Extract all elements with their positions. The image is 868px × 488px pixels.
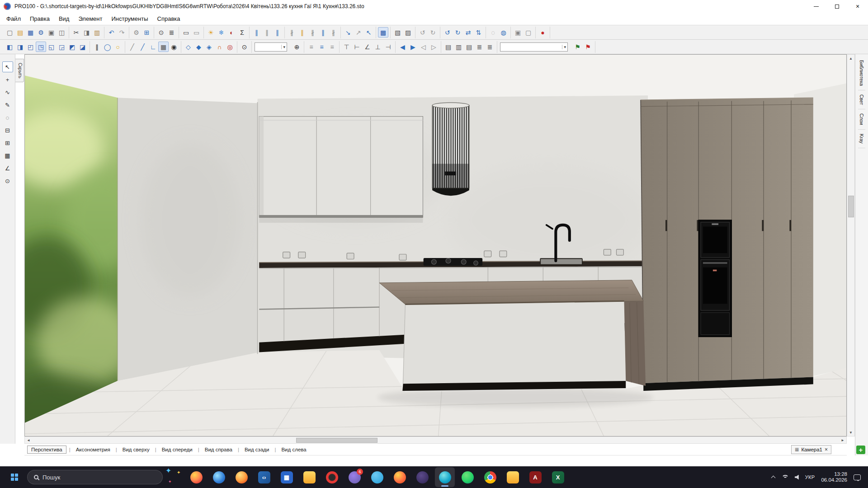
taskbar-app-firefox[interactable]: [186, 467, 206, 487]
align-3-button[interactable]: ≡: [327, 42, 337, 52]
contrast-button[interactable]: ◐: [226, 27, 237, 38]
orbit-right-button[interactable]: ↻: [428, 27, 438, 38]
tool-move[interactable]: +: [2, 74, 13, 85]
rotate-left-button[interactable]: ↺: [442, 27, 453, 38]
structure-button[interactable]: ≣: [166, 27, 177, 38]
settings-button[interactable]: ⚙: [36, 27, 46, 38]
diagonal-1-button[interactable]: ↘: [343, 27, 353, 38]
tool-dimension-h[interactable]: ⊟: [2, 125, 13, 136]
scroll-down-arrow[interactable]: ▼: [847, 429, 854, 436]
distribute-3-button[interactable]: ∦: [307, 27, 318, 38]
diagonal-3-button[interactable]: ↖: [363, 27, 374, 38]
record-button[interactable]: ●: [538, 27, 548, 38]
save-button[interactable]: ▦: [25, 27, 36, 38]
scroll-left-arrow[interactable]: ◄: [25, 436, 32, 444]
mirror-button[interactable]: ⇄: [463, 27, 473, 38]
taskbar-app-edge[interactable]: [209, 467, 229, 487]
lasso-2-button[interactable]: ◍: [498, 27, 509, 38]
ortho-button[interactable]: ∟: [148, 42, 158, 52]
close-button[interactable]: ×: [847, 0, 868, 13]
pause-render-button[interactable]: ∥: [92, 42, 102, 52]
taskbar-app-folder[interactable]: [503, 467, 523, 487]
material-combobox[interactable]: ▾: [500, 42, 568, 52]
visibility-button[interactable]: ◉: [169, 42, 179, 52]
tool-dimension-v[interactable]: ⊞: [2, 137, 13, 148]
viewport-3d[interactable]: [24, 54, 847, 436]
view-top-button[interactable]: ◰: [25, 42, 36, 52]
zoom-in-button[interactable]: ⊕: [292, 42, 302, 52]
view-side-button[interactable]: ◱: [46, 42, 57, 52]
view-back-button[interactable]: ◲: [57, 42, 67, 52]
coldlight-button[interactable]: ❄: [216, 27, 226, 38]
camera-tab[interactable]: ▦ Камера1 ×: [791, 445, 831, 454]
minimize-button[interactable]: [806, 0, 826, 13]
panel-tab-layers[interactable]: Слои: [858, 109, 865, 130]
snap-solid-button[interactable]: ◆: [193, 42, 204, 52]
distribute-h2-button[interactable]: ∥: [262, 27, 272, 38]
grid-toggle-button[interactable]: ▦: [158, 42, 169, 52]
tool-select[interactable]: ↖: [2, 61, 13, 72]
taskbar-app-store[interactable]: ▦: [277, 467, 297, 487]
select-mode-2-button[interactable]: ▨: [403, 27, 413, 38]
list-2-button[interactable]: ≣: [485, 42, 495, 52]
link-button[interactable]: ⊞: [142, 27, 152, 38]
align-right-button[interactable]: ▤: [464, 42, 474, 52]
menu-element[interactable]: Элемент: [74, 13, 107, 24]
magnet-button[interactable]: ∩: [214, 42, 225, 52]
taskbar-app-telegram[interactable]: [367, 467, 387, 487]
report-sum-button[interactable]: Σ: [237, 27, 247, 38]
flag-ok-button[interactable]: ⚑: [572, 42, 583, 52]
view-perspective-button[interactable]: ◧: [5, 42, 15, 52]
menu-file[interactable]: Файл: [2, 13, 25, 24]
sheet-button[interactable]: ▭: [181, 27, 191, 38]
move-left-button[interactable]: ◀: [397, 42, 408, 52]
camera-tab-close-icon[interactable]: ×: [825, 446, 828, 453]
cut-button[interactable]: ✂: [71, 27, 81, 38]
taskbar-app-firefox-2[interactable]: [231, 467, 251, 487]
move-right-button[interactable]: ▶: [408, 42, 418, 52]
tool-draw[interactable]: ✎: [2, 99, 13, 110]
menu-view[interactable]: Вид: [54, 13, 74, 24]
redo-button[interactable]: ↷: [117, 27, 127, 38]
step-left-button[interactable]: ◁: [418, 42, 429, 52]
panel-tab-library[interactable]: Библиотека: [858, 56, 865, 90]
taskbar-app-acrobat[interactable]: A: [525, 467, 545, 487]
taskbar-app-chrome[interactable]: [480, 467, 500, 487]
view-axonometric-button[interactable]: ◨: [15, 42, 25, 52]
copy-button[interactable]: ◨: [81, 27, 92, 38]
keyboard-language[interactable]: УКР: [805, 474, 815, 480]
taskbar-app-firefox-3[interactable]: [390, 467, 410, 487]
tool-angle[interactable]: ∠: [2, 163, 13, 174]
menu-tools[interactable]: Инструменты: [107, 13, 152, 24]
distribute-5-button[interactable]: ∦: [328, 27, 339, 38]
dim-angle-button[interactable]: ∠: [362, 42, 373, 52]
wifi-icon[interactable]: [781, 474, 788, 480]
list-1-button[interactable]: ≣: [474, 42, 485, 52]
taskbar-app-explorer[interactable]: [299, 467, 319, 487]
paste-button[interactable]: ▥: [92, 27, 102, 38]
add-view-button[interactable]: +: [856, 446, 865, 454]
horizontal-scroll-thumb[interactable]: [296, 438, 377, 443]
snap-center-button[interactable]: ◈: [204, 42, 214, 52]
dim-left-button[interactable]: ⊢: [352, 42, 362, 52]
dim-right-button[interactable]: ⊣: [383, 42, 393, 52]
orbit-left-button[interactable]: ↺: [417, 27, 428, 38]
snap-grid-button[interactable]: ▩: [378, 27, 388, 38]
find-button[interactable]: ⊙: [156, 27, 166, 38]
flag-no-button[interactable]: ⚑: [583, 42, 593, 52]
lens-button[interactable]: ◯: [102, 42, 113, 52]
scroll-up-arrow[interactable]: ▲: [847, 55, 854, 62]
start-button[interactable]: [5, 467, 24, 487]
lasso-1-button[interactable]: ◌: [488, 27, 498, 38]
tab-front-view[interactable]: Вид спереди: [152, 446, 195, 454]
properties-button[interactable]: ⚙: [131, 27, 142, 38]
tab-right-view[interactable]: Вид справа: [195, 446, 235, 454]
dim-top-button[interactable]: ⊤: [341, 42, 352, 52]
group-button[interactable]: ▣: [513, 27, 523, 38]
copilot-button[interactable]: ✦ ✦ ✦: [165, 467, 184, 487]
hidden-icons-chevron-icon[interactable]: [771, 476, 775, 480]
notification-center-icon[interactable]: [854, 474, 861, 480]
diagonal-2-button[interactable]: ↗: [353, 27, 363, 38]
scroll-right-arrow[interactable]: ►: [839, 436, 846, 444]
taskbar-app-dark[interactable]: [412, 467, 432, 487]
